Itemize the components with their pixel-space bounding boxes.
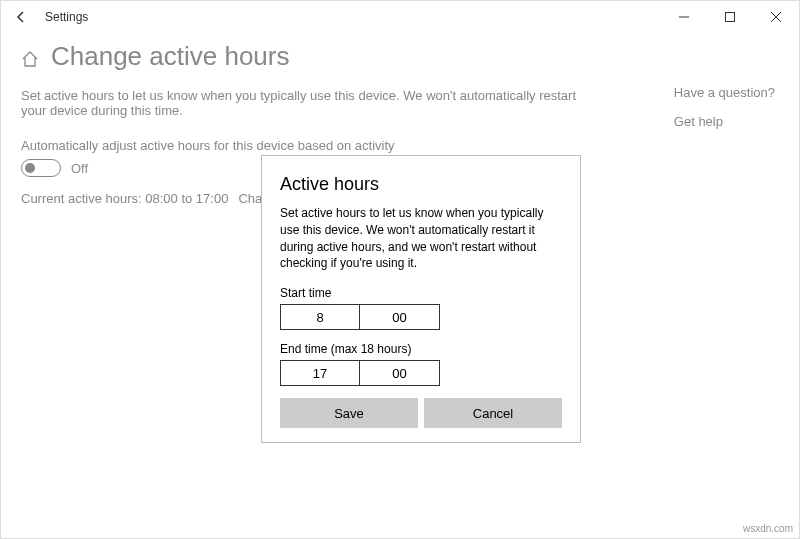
toggle-state-text: Off	[71, 161, 88, 176]
toggle-knob	[25, 163, 35, 173]
maximize-button[interactable]	[707, 1, 753, 33]
svg-rect-1	[726, 13, 735, 22]
get-help-link[interactable]: Get help	[674, 114, 775, 129]
arrow-left-icon	[14, 10, 28, 24]
cancel-button[interactable]: Cancel	[424, 398, 562, 428]
start-hour-input[interactable]: 8	[280, 304, 360, 330]
end-hour-input[interactable]: 17	[280, 360, 360, 386]
dialog-title: Active hours	[280, 174, 562, 195]
description-text: Set active hours to let us know when you…	[21, 88, 581, 118]
maximize-icon	[725, 12, 735, 22]
save-button[interactable]: Save	[280, 398, 418, 428]
start-time-picker: 8 00	[280, 304, 562, 330]
help-sidebar: Have a question? Get help	[674, 85, 775, 143]
minimize-button[interactable]	[661, 1, 707, 33]
close-icon	[771, 12, 781, 22]
auto-adjust-toggle[interactable]	[21, 159, 61, 177]
close-button[interactable]	[753, 1, 799, 33]
have-question-link[interactable]: Have a question?	[674, 85, 775, 100]
end-time-label: End time (max 18 hours)	[280, 342, 562, 356]
watermark: wsxdn.com	[743, 523, 793, 534]
current-hours-label: Current active hours: 08:00 to 17:00	[21, 191, 228, 206]
active-hours-dialog: Active hours Set active hours to let us …	[261, 155, 581, 443]
back-button[interactable]	[1, 1, 41, 33]
end-time-picker: 17 00	[280, 360, 562, 386]
dialog-description: Set active hours to let us know when you…	[280, 205, 562, 272]
end-minute-input[interactable]: 00	[360, 360, 440, 386]
page-title: Change active hours	[51, 41, 289, 72]
window-controls	[661, 1, 799, 33]
auto-adjust-label: Automatically adjust active hours for th…	[21, 138, 779, 153]
start-minute-input[interactable]: 00	[360, 304, 440, 330]
home-icon[interactable]	[21, 46, 39, 68]
dialog-buttons: Save Cancel	[280, 398, 562, 428]
page-header: Change active hours	[1, 33, 799, 84]
minimize-icon	[679, 12, 689, 22]
start-time-label: Start time	[280, 286, 562, 300]
app-title: Settings	[45, 10, 88, 24]
titlebar: Settings	[1, 1, 799, 33]
